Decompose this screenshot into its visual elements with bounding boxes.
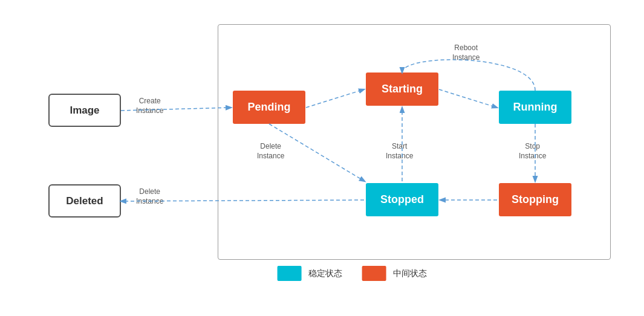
create-instance-label: CreateInstance	[136, 97, 163, 115]
running-box: Running	[499, 91, 571, 124]
starting-label: Starting	[382, 83, 423, 95]
pending-box: Pending	[233, 91, 305, 124]
stable-color-box	[277, 266, 301, 281]
pending-label: Pending	[248, 101, 291, 114]
deleted-box: Deleted	[48, 184, 121, 218]
deleted-label: Deleted	[66, 195, 103, 207]
delete-instance-bottom-label: DeleteInstance	[136, 187, 163, 206]
start-instance-label: StartInstance	[386, 142, 413, 161]
intermediate-label: 中间状态	[393, 268, 427, 279]
image-label: Image	[70, 105, 99, 117]
reboot-instance-label: RebootInstance	[452, 44, 480, 62]
delete-instance-top-label: DeleteInstance	[257, 142, 284, 161]
image-box: Image	[48, 94, 121, 127]
running-label: Running	[513, 101, 558, 114]
diagram-container: Image Deleted Pending Starting Running S…	[18, 12, 626, 290]
legend: 稳定状态 中间状态	[277, 266, 427, 281]
stopping-label: Stopping	[512, 193, 559, 206]
stopping-box: Stopping	[499, 183, 571, 216]
stop-instance-label: StopInstance	[519, 142, 546, 161]
stopped-box: Stopped	[366, 183, 438, 216]
stopped-label: Stopped	[380, 193, 424, 206]
starting-box: Starting	[366, 73, 438, 106]
stable-label: 稳定状态	[308, 268, 342, 279]
intermediate-color-box	[362, 266, 386, 281]
